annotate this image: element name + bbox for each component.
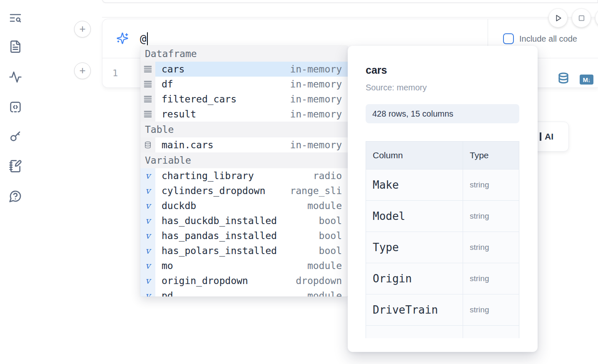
- variable-icon: v: [140, 228, 155, 243]
- autocomplete-section-dataframe: Dataframe: [140, 46, 348, 62]
- rows-icon: [140, 62, 155, 77]
- item-name: charting_library: [162, 170, 254, 181]
- column-type: string: [463, 263, 519, 294]
- autocomplete-item-origin_dropdown[interactable]: vorigin_dropdowndropdown: [140, 273, 348, 288]
- item-name: result: [162, 109, 196, 120]
- table-icon: [140, 137, 155, 152]
- rows-icon: [140, 92, 155, 107]
- column-type: string: [463, 294, 519, 326]
- variable-icon: v: [140, 288, 155, 297]
- marimo-notebook: + + @ Include all code 1 M↓: [0, 0, 598, 364]
- text-cursor: [147, 32, 148, 45]
- autocomplete-item-mo[interactable]: vmomodule: [140, 258, 348, 273]
- sparkles-icon: [116, 32, 129, 46]
- autocomplete-item-duckdb[interactable]: vduckdbmodule: [140, 198, 348, 213]
- column-type: string: [463, 201, 519, 232]
- item-name: filtered_cars: [162, 94, 237, 105]
- autocomplete-item-charting_library[interactable]: vcharting_libraryradio: [140, 168, 348, 183]
- variable-icon: v: [140, 168, 155, 183]
- column-name: DriveTrain: [366, 294, 463, 326]
- file-text-icon[interactable]: [8, 39, 23, 54]
- run-cell-button[interactable]: [548, 8, 568, 27]
- item-type: module: [290, 290, 342, 297]
- stop-button[interactable]: [572, 8, 591, 27]
- autocomplete-item-pd[interactable]: vpdmodule: [140, 288, 348, 297]
- code-square-icon[interactable]: [8, 100, 23, 115]
- item-type: module: [290, 200, 342, 211]
- variable-icon: v: [140, 243, 155, 258]
- include-all-code-checkbox[interactable]: [503, 33, 514, 44]
- autocomplete-section-variable: Variable: [140, 152, 348, 168]
- key-icon[interactable]: [8, 129, 23, 144]
- column-name: [366, 326, 463, 338]
- autocomplete-section-table: Table: [140, 122, 348, 137]
- ai-prompt-input[interactable]: @: [140, 32, 148, 45]
- database-icon[interactable]: [557, 72, 570, 86]
- item-name: has_duckdb_installed: [162, 215, 277, 226]
- clipped-letter-fragment: [540, 132, 541, 141]
- item-type: in-memory: [290, 109, 342, 120]
- autocomplete-item-cars[interactable]: carsin-memory: [140, 62, 348, 77]
- variable-icon: v: [140, 183, 155, 198]
- variable-icon: v: [140, 258, 155, 273]
- item-type: in-memory: [290, 140, 342, 150]
- item-type: in-memory: [290, 64, 342, 75]
- item-name: cylinders_dropdown: [162, 185, 265, 196]
- item-type: module: [290, 260, 342, 271]
- schema-table-header-row: Column Type: [366, 142, 519, 170]
- help-circle-icon[interactable]: [8, 189, 23, 204]
- item-name: df: [162, 79, 173, 90]
- column-type: string: [463, 170, 519, 201]
- item-name: mo: [162, 260, 173, 271]
- include-all-code-label[interactable]: Include all code: [519, 34, 577, 44]
- column-name: Origin: [366, 263, 463, 294]
- variable-icon: v: [140, 198, 155, 213]
- rows-icon: [140, 107, 155, 122]
- autocomplete-item-has_pandas_installed[interactable]: vhas_pandas_installedbool: [140, 228, 348, 243]
- item-type: dropdown: [290, 275, 342, 286]
- schema-table-row: [366, 326, 519, 338]
- autocomplete-item-cylinders_dropdown[interactable]: vcylinders_dropdownrange_sli: [140, 183, 348, 198]
- preview-source: Source: memory: [366, 83, 519, 92]
- schema-table-row: Typestring: [366, 232, 519, 263]
- item-type: bool: [290, 215, 342, 226]
- autocomplete-item-main.cars[interactable]: main.carsin-memory: [140, 137, 348, 152]
- add-cell-button-bottom[interactable]: +: [74, 62, 91, 79]
- previous-cell-output-strip: [102, 3, 598, 17]
- item-name: duckdb: [162, 200, 196, 211]
- variable-icon: v: [140, 213, 155, 228]
- schema-table-row: DriveTrainstring: [366, 294, 519, 326]
- schema-table: Column Type MakestringModelstringTypestr…: [366, 141, 519, 338]
- previous-cell-bottom-edge: [102, 0, 598, 3]
- sidebar: [0, 0, 30, 364]
- item-name: main.cars: [162, 140, 214, 150]
- item-name: pd: [162, 290, 173, 297]
- variable-icon: v: [140, 273, 155, 288]
- item-type: bool: [290, 245, 342, 256]
- schema-table-row: Originstring: [366, 263, 519, 294]
- column-type: [463, 326, 519, 338]
- autocomplete-item-has_polars_installed[interactable]: vhas_polars_installedbool: [140, 243, 348, 258]
- autocomplete-item-filtered_cars[interactable]: filtered_carsin-memory: [140, 92, 348, 107]
- text-search-icon[interactable]: [8, 10, 23, 25]
- schema-table-row: Modelstring: [366, 201, 519, 232]
- item-name: has_pandas_installed: [162, 230, 277, 241]
- dataframe-preview-panel: cars Source: memory 428 rows, 15 columns…: [348, 46, 538, 352]
- item-type: range_sli: [290, 185, 342, 196]
- autocomplete-item-has_duckdb_installed[interactable]: vhas_duckdb_installedbool: [140, 213, 348, 228]
- column-header: Column: [366, 142, 463, 170]
- preview-title: cars: [366, 64, 519, 76]
- item-name: has_polars_installed: [162, 245, 277, 256]
- activity-icon[interactable]: [8, 70, 23, 85]
- schema-table-row: Makestring: [366, 170, 519, 201]
- item-name: origin_dropdown: [162, 275, 248, 286]
- markdown-icon[interactable]: M↓: [580, 75, 593, 85]
- type-header: Type: [463, 142, 519, 170]
- notebook-pen-icon[interactable]: [8, 159, 23, 174]
- item-type: in-memory: [290, 79, 342, 90]
- add-cell-button-top[interactable]: +: [74, 21, 91, 37]
- column-name: Make: [366, 170, 463, 201]
- item-type: bool: [290, 230, 342, 241]
- autocomplete-item-df[interactable]: dfin-memory: [140, 77, 348, 92]
- autocomplete-item-result[interactable]: resultin-memory: [140, 107, 348, 122]
